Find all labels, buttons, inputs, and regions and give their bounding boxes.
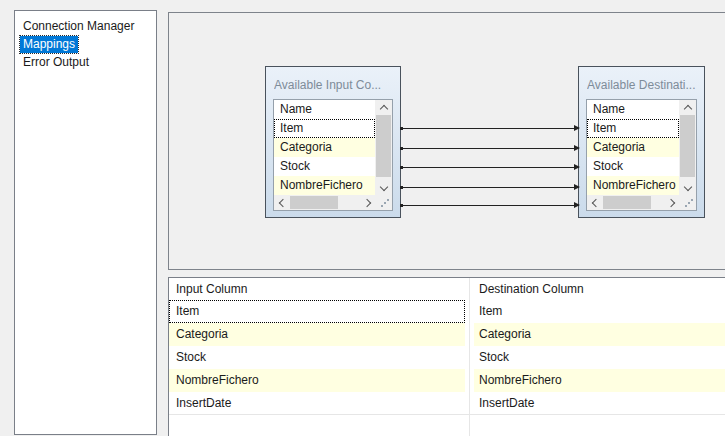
input-column-nombrefichero[interactable]: NombreFichero [274, 176, 375, 195]
grid-cell-input[interactable]: Item [169, 300, 465, 323]
scroll-up-icon[interactable] [679, 100, 696, 115]
editor-page-list: Connection Manager Mappings Error Output [14, 10, 157, 435]
destination-column-categoria[interactable]: Categoria [587, 138, 679, 157]
available-destination-columns-title: Available Destinati... [587, 77, 696, 93]
grid-row-categoria[interactable]: Categoria Categoria [169, 323, 725, 346]
grid-cell-destination[interactable]: NombreFichero [474, 369, 725, 392]
grid-cell-input[interactable]: InsertDate [169, 392, 465, 415]
grid-row-insertdate[interactable]: InsertDate InsertDate [169, 392, 725, 415]
grid-header-row: Input Column Destination Column [169, 278, 725, 300]
scroll-down-icon[interactable] [375, 180, 392, 195]
horizontal-scroll-thumb[interactable] [290, 196, 338, 209]
column-mapping-grid: Input Column Destination Column Item Ite… [168, 277, 725, 436]
mapping-line-stock[interactable] [401, 167, 579, 168]
scroll-left-icon[interactable] [274, 195, 289, 210]
available-destination-columns-box: Available Destinati... Name Item Categor… [578, 66, 705, 218]
input-column-categoria[interactable]: Categoria [274, 138, 375, 157]
list-resize-corner[interactable] [375, 195, 392, 210]
input-horizontal-scrollbar[interactable] [274, 195, 375, 210]
mapping-line-item[interactable] [401, 128, 579, 129]
grid-cell-destination[interactable]: Categoria [474, 323, 725, 346]
list-resize-corner[interactable] [679, 195, 696, 210]
input-column-header: Input Column [169, 278, 465, 300]
sidebar-item-mappings[interactable]: Mappings [20, 36, 78, 53]
grid-cell-input[interactable]: Categoria [169, 323, 465, 346]
vertical-scroll-thumb[interactable] [680, 115, 695, 177]
destination-column-nombrefichero[interactable]: NombreFichero [587, 176, 679, 195]
available-input-columns-box: Available Input Co... Name Item Categori… [265, 66, 401, 218]
scroll-up-icon[interactable] [375, 100, 392, 115]
grid-cell-destination[interactable]: InsertDate [474, 392, 725, 415]
input-column-item[interactable]: Item [274, 119, 375, 138]
scroll-left-icon[interactable] [587, 195, 602, 210]
destination-column-item[interactable]: Item [587, 119, 679, 138]
grid-cell-destination[interactable]: Stock [474, 346, 725, 369]
grid-cell-input[interactable]: Stock [169, 346, 465, 369]
input-column-stock[interactable]: Stock [274, 157, 375, 176]
mapping-line-nombrefichero[interactable] [401, 187, 579, 188]
destination-column-header: Destination Column [474, 278, 725, 300]
destination-horizontal-scrollbar[interactable] [587, 195, 679, 210]
mapping-line-categoria[interactable] [401, 148, 579, 149]
sidebar-item-connection-manager[interactable]: Connection Manager [20, 18, 137, 35]
input-columns-list: Name Item Categoria Stock NombreFichero [273, 99, 393, 211]
resize-grip-icon[interactable] [685, 199, 693, 207]
destination-vertical-scrollbar[interactable] [679, 100, 696, 195]
grid-cell-input[interactable]: NombreFichero [169, 369, 465, 392]
input-vertical-scrollbar[interactable] [375, 100, 392, 195]
resize-grip-icon[interactable] [381, 199, 389, 207]
grid-row-item[interactable]: Item Item [169, 300, 725, 323]
destination-columns-header: Name [587, 100, 679, 119]
sidebar-item-error-output[interactable]: Error Output [20, 54, 92, 71]
scroll-right-icon[interactable] [360, 195, 375, 210]
scroll-down-icon[interactable] [679, 180, 696, 195]
horizontal-scroll-thumb[interactable] [603, 196, 651, 209]
grid-row-stock[interactable]: Stock Stock [169, 346, 725, 369]
input-columns-header: Name [274, 100, 375, 119]
grid-cell-destination[interactable]: Item [474, 300, 725, 323]
mappings-diagram-panel: Available Input Co... Name Item Categori… [168, 12, 725, 270]
destination-column-stock[interactable]: Stock [587, 157, 679, 176]
available-input-columns-title: Available Input Co... [274, 77, 392, 93]
destination-columns-list: Name Item Categoria Stock NombreFichero [586, 99, 697, 211]
grid-row-nombrefichero[interactable]: NombreFichero NombreFichero [169, 369, 725, 392]
vertical-scroll-thumb[interactable] [376, 115, 391, 177]
mapping-line-insertdate[interactable] [401, 205, 579, 206]
scroll-right-icon[interactable] [664, 195, 679, 210]
